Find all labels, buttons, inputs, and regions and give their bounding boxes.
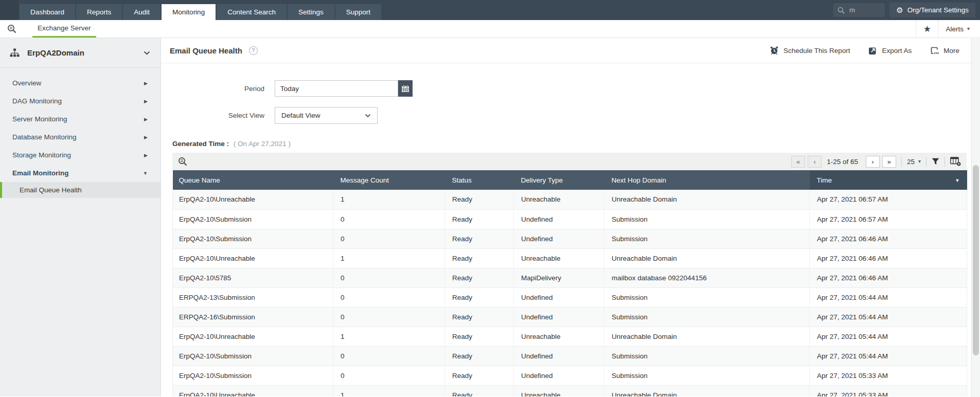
vertical-scrollbar[interactable] xyxy=(971,39,980,397)
gear-icon: ⚙ xyxy=(896,6,903,14)
cell-queue-name: ERPQA2-16\Submission xyxy=(173,307,333,327)
table-row[interactable]: ERPQA2-16\Submission 0 Ready Undefined S… xyxy=(173,307,967,327)
cell-queue-name: ErpQA2-10\Submission xyxy=(173,209,333,229)
tab-reports[interactable]: Reports xyxy=(76,4,122,20)
cell-time: Apr 27, 2021 06:46 AM xyxy=(810,248,967,268)
more-button[interactable]: More xyxy=(930,46,959,55)
sidebar-item-database-monitoring[interactable]: Database Monitoring ▶ xyxy=(0,128,161,146)
cell-time: Apr 27, 2021 05:33 AM xyxy=(810,385,967,396)
sidebar-menu: Overview ▶ DAG Monitoring ▶ Server Monit… xyxy=(0,68,161,198)
org-tenant-settings-label: Org/Tenant Settings xyxy=(907,6,969,14)
period-row: Period xyxy=(161,80,980,97)
nav-search-box[interactable] xyxy=(833,3,885,17)
cell-delivery-type: Undefined xyxy=(514,209,604,229)
table-row[interactable]: ErpQA2-10\Unreachable 1 Ready Unreachabl… xyxy=(173,190,967,209)
cell-next-hop-domain: Submission xyxy=(604,346,810,366)
cell-message-count: 1 xyxy=(333,327,445,346)
column-header-time[interactable]: ▼ Time xyxy=(810,170,967,190)
cell-time: Apr 27, 2021 06:46 AM xyxy=(810,268,967,287)
report-header: Email Queue Health ? Schedule This Repor… xyxy=(161,38,980,63)
tab-settings[interactable]: Settings xyxy=(288,4,334,20)
sidebar-item-overview[interactable]: Overview ▶ xyxy=(0,74,161,92)
tab-support[interactable]: Support xyxy=(335,4,381,20)
view-select[interactable]: Default View xyxy=(275,107,378,124)
pagination-range: 1-25 of 65 xyxy=(827,158,858,166)
table-row[interactable]: ERPQA2-13\Submission 0 Ready Undefined S… xyxy=(173,287,967,307)
sidebar-item-email-monitoring[interactable]: Email Monitoring ▼ xyxy=(0,164,161,182)
tab-monitoring[interactable]: Monitoring xyxy=(162,4,216,20)
table-search-icon[interactable] xyxy=(178,157,188,166)
cell-queue-name: ErpQA2-10\Submission xyxy=(173,346,333,366)
filter-icon[interactable] xyxy=(932,158,939,165)
table-row[interactable]: ErpQA2-10\Submission 0 Ready Undefined S… xyxy=(173,229,967,248)
calendar-icon xyxy=(401,85,409,93)
tab-exchange-server[interactable]: Exchange Server xyxy=(32,20,96,38)
export-as-button[interactable]: Export As xyxy=(868,46,912,55)
tab-content-search[interactable]: Content Search xyxy=(217,4,287,20)
cell-message-count: 0 xyxy=(333,229,445,248)
next-page-button[interactable]: › xyxy=(866,156,880,168)
sidebar-item-storage-monitoring[interactable]: Storage Monitoring ▶ xyxy=(0,146,161,164)
table-row[interactable]: ErpQA2-10\Submission 0 Ready Undefined S… xyxy=(173,366,967,385)
cell-message-count: 0 xyxy=(333,346,445,366)
sidebar-item-label: Storage Monitoring xyxy=(12,151,71,159)
chevron-down-icon: ▾ xyxy=(918,159,921,164)
column-header-time-label: Time xyxy=(817,176,832,184)
table-row[interactable]: ErpQA2-10\Submission 0 Ready Undefined S… xyxy=(173,346,967,366)
org-tenant-settings-button[interactable]: ⚙ Org/Tenant Settings xyxy=(889,3,975,17)
help-icon[interactable]: ? xyxy=(249,46,258,55)
table-row[interactable]: ErpQA2-10\5785 0 Ready MapiDelivery mail… xyxy=(173,268,967,287)
sort-descending-icon: ▼ xyxy=(955,178,960,183)
cell-message-count: 0 xyxy=(333,287,445,307)
tab-audit[interactable]: Audit xyxy=(123,4,161,20)
last-page-button[interactable]: » xyxy=(882,156,896,168)
table-row[interactable]: ErpQA2-10\Unreachable 1 Ready Unreachabl… xyxy=(173,248,967,268)
chevron-down-icon xyxy=(144,51,150,55)
cell-delivery-type: Unreachable xyxy=(514,248,604,268)
cell-queue-name: ErpQA2-10\Unreachable xyxy=(173,327,333,346)
column-header-delivery-type[interactable]: Delivery Type xyxy=(514,170,604,190)
tab-dashboard[interactable]: Dashboard xyxy=(20,4,75,20)
sidebar-item-label: Database Monitoring xyxy=(12,133,77,141)
table-toolbar: « ‹ 1-25 of 65 › » 25 ▾ xyxy=(172,153,967,170)
nav-search-input[interactable] xyxy=(848,6,879,14)
column-header-next-hop-domain[interactable]: Next Hop Domain xyxy=(604,170,810,190)
column-chooser-icon[interactable] xyxy=(950,157,961,166)
cell-queue-name: ErpQA2-10\Unreachable xyxy=(173,190,333,209)
domain-selector[interactable]: ErpQA2Domain xyxy=(0,38,161,68)
report-search-icon[interactable] xyxy=(7,24,17,33)
view-select-value: Default View xyxy=(281,112,320,119)
cell-delivery-type: MapiDelivery xyxy=(514,268,604,287)
page-size-select[interactable]: 25 ▾ xyxy=(907,158,921,166)
report-actions: Schedule This Report Export As More xyxy=(770,46,959,55)
table-body: ErpQA2-10\Unreachable 1 Ready Unreachabl… xyxy=(173,190,967,396)
select-view-label: Select View xyxy=(161,112,275,119)
cell-status: Ready xyxy=(445,190,514,209)
table-row[interactable]: ErpQA2-10\Unreachable 1 Ready Unreachabl… xyxy=(173,385,967,396)
sidebar-item-email-queue-health[interactable]: Email Queue Health xyxy=(0,182,161,198)
schedule-report-button[interactable]: Schedule This Report xyxy=(770,46,850,55)
cell-time: Apr 27, 2021 05:44 AM xyxy=(810,346,967,366)
table-row[interactable]: ErpQA2-10\Submission 0 Ready Undefined S… xyxy=(173,209,967,229)
sidebar-item-server-monitoring[interactable]: Server Monitoring ▶ xyxy=(0,110,161,128)
report-filters: Period Select View Default View xyxy=(161,80,980,124)
previous-page-button[interactable]: ‹ xyxy=(808,156,822,168)
cell-message-count: 0 xyxy=(333,307,445,327)
chevron-right-icon: ▶ xyxy=(144,117,148,122)
scrollbar-thumb[interactable] xyxy=(973,165,979,355)
sidebar-item-dag-monitoring[interactable]: DAG Monitoring ▶ xyxy=(0,92,161,110)
period-input[interactable] xyxy=(275,80,398,97)
alerts-dropdown[interactable]: Alerts ▾ xyxy=(938,25,980,33)
table-row[interactable]: ErpQA2-10\Unreachable 1 Ready Unreachabl… xyxy=(173,327,967,346)
favorite-star-icon[interactable]: ★ xyxy=(916,20,938,38)
generated-time-label: Generated Time : xyxy=(172,140,229,148)
calendar-button[interactable] xyxy=(398,80,413,97)
cell-time: Apr 27, 2021 06:46 AM xyxy=(810,229,967,248)
column-header-queue-name[interactable]: Queue Name xyxy=(173,170,333,190)
cell-message-count: 0 xyxy=(333,268,445,287)
top-navigation: Dashboard Reports Audit Monitoring Conte… xyxy=(0,0,980,20)
cell-next-hop-domain: Submission xyxy=(604,229,810,248)
column-header-status[interactable]: Status xyxy=(445,170,514,190)
column-header-message-count[interactable]: Message Count xyxy=(333,170,445,190)
first-page-button[interactable]: « xyxy=(791,156,805,168)
